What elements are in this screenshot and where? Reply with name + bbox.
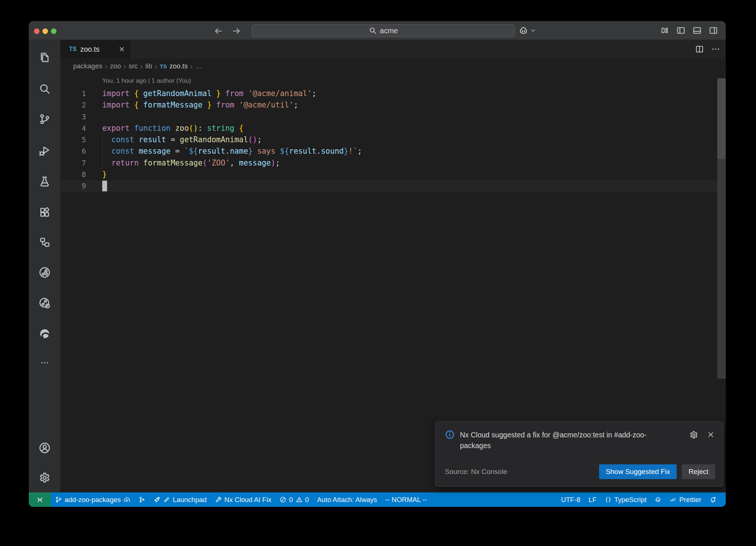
breadcrumb-separator-icon: › — [155, 62, 157, 71]
breadcrumb-item[interactable]: packages — [73, 62, 102, 70]
scrollbar-slider[interactable] — [717, 78, 726, 159]
activity-item-source-control[interactable] — [38, 113, 51, 125]
search-icon — [369, 27, 377, 35]
notification-source: Source: Nx Console — [445, 468, 507, 476]
code-line-7[interactable]: 7 return formatMessage('ZOO', message); — [60, 157, 726, 169]
status-vim-mode-item[interactable]: -- NORMAL -- — [381, 492, 431, 507]
editor-scrollbar[interactable] — [717, 78, 726, 379]
code-line-3[interactable]: 3 — [60, 111, 726, 123]
code-line-6[interactable]: 6 const message = `${result.name} says $… — [60, 146, 726, 157]
double-check-icon — [670, 496, 677, 503]
traffic-lights — [34, 28, 56, 34]
status-label: UTF-8 — [561, 496, 580, 504]
status-prettier-item[interactable]: Prettier — [666, 492, 705, 507]
activity-item-extensions[interactable] — [38, 206, 51, 218]
activity-item-gitlens[interactable] — [38, 297, 51, 309]
close-window-button[interactable] — [34, 28, 39, 34]
activity-item-explorer[interactable] — [38, 51, 51, 64]
line-number: 7 — [60, 157, 86, 169]
go-forward-button[interactable] — [232, 26, 241, 36]
line-content: import { formatMessage } from '@acme/uti… — [102, 99, 298, 111]
copilot-icon — [654, 496, 662, 503]
breadcrumb: packages›zoo›src›lib›TSzoo.ts›… — [60, 58, 726, 74]
copilot-icon — [518, 25, 529, 36]
code-line-1[interactable]: 1import { getRandomAnimal } from '@acme/… — [60, 88, 726, 99]
breadcrumb-overflow[interactable]: … — [195, 62, 202, 70]
toggle-primary-sidebar-button[interactable] — [676, 25, 686, 35]
status-branch-item[interactable]: add-zoo-packages — [51, 492, 134, 507]
typescript-file-icon: TS — [69, 46, 76, 52]
code-line-2[interactable]: 2import { formatMessage } from '@acme/ut… — [60, 99, 726, 111]
code-line-5[interactable]: 5 const result = getRandomAnimal(); — [60, 134, 726, 146]
breadcrumb-item[interactable]: zoo — [110, 62, 121, 70]
command-center-search[interactable]: acme — [252, 24, 515, 37]
info-icon — [445, 430, 455, 451]
split-editor-button[interactable] — [695, 44, 704, 54]
activity-item-commit-graph[interactable] — [38, 266, 51, 279]
breadcrumb-file[interactable]: zoo.ts — [169, 62, 188, 70]
typescript-file-icon: TS — [160, 63, 167, 69]
customize-layout-button[interactable] — [660, 25, 670, 35]
breadcrumb-item[interactable]: lib — [145, 62, 152, 70]
activity-item-accounts[interactable] — [38, 442, 51, 454]
show-suggested-fix-button[interactable]: Show Suggested Fix — [599, 464, 677, 479]
line-content: } — [102, 169, 107, 180]
activity-item-project-flow[interactable] — [38, 236, 51, 248]
activity-item-edge-browser[interactable] — [38, 328, 51, 340]
copilot-menu[interactable] — [518, 25, 536, 36]
breadcrumb-item[interactable]: src — [128, 62, 138, 70]
remote-indicator[interactable] — [29, 492, 51, 507]
status-launchpad-item[interactable]: Launchpad — [150, 492, 211, 507]
title-bar: acme — [29, 21, 726, 40]
tab-zoo-ts[interactable]: TS zoo.ts — [60, 40, 131, 58]
status-auto-attach-item[interactable]: Auto Attach: Always — [313, 492, 381, 507]
wrench-icon — [215, 496, 222, 503]
code-line-9[interactable]: 9 — [60, 180, 726, 192]
activity-item-search[interactable] — [38, 83, 51, 95]
cloud-upload-icon — [123, 496, 130, 503]
notification-close-button[interactable] — [707, 430, 715, 439]
status-label: add-zoo-packages — [65, 496, 121, 504]
status-problems-item[interactable]: 00 — [275, 492, 313, 507]
status-nx-cloud-ai-fix-item[interactable]: Nx Cloud AI Fix — [211, 492, 276, 507]
status-language-item[interactable]: TypeScript — [601, 492, 650, 507]
code-line-4[interactable]: 4export function zoo(): string { — [60, 123, 726, 134]
toggle-secondary-sidebar-button[interactable] — [708, 25, 718, 35]
code-line-8[interactable]: 8} — [60, 169, 726, 180]
breadcrumb-separator-icon: › — [124, 62, 126, 71]
indent-guide — [102, 134, 103, 169]
status-copilot-item[interactable] — [650, 492, 666, 507]
breadcrumb-separator-icon: › — [190, 62, 193, 71]
more-actions-button[interactable] — [711, 44, 721, 54]
warning-triangle-icon — [296, 496, 303, 503]
scrollbar-track — [717, 159, 726, 379]
close-tab-button[interactable] — [118, 45, 126, 53]
status-notifications-bell-item[interactable] — [705, 492, 721, 507]
line-content: const message = `${result.name} says ${r… — [102, 146, 362, 157]
line-content: const result = getRandomAnimal(); — [102, 134, 262, 146]
pencil-icon — [163, 496, 170, 503]
activity-item-settings[interactable] — [38, 472, 51, 484]
minimize-window-button[interactable] — [42, 28, 48, 34]
status-label: 0 — [289, 496, 293, 504]
reject-button[interactable]: Reject — [682, 464, 715, 479]
zoom-window-button[interactable] — [51, 28, 56, 34]
activity-item-testing[interactable] — [38, 175, 51, 187]
status-label: Auto Attach: Always — [317, 496, 377, 504]
activity-item-additional-views[interactable] — [40, 358, 49, 368]
activity-item-run-and-debug[interactable] — [38, 144, 51, 157]
go-back-button[interactable] — [213, 26, 223, 36]
status-git-graph-item[interactable] — [134, 492, 150, 507]
toggle-panel-button[interactable] — [692, 25, 702, 35]
status-eol-item[interactable]: LF — [584, 492, 601, 507]
line-number: 5 — [60, 134, 86, 146]
tab-bar: TS zoo.ts — [60, 40, 726, 58]
notification-settings-button[interactable] — [689, 430, 698, 440]
status-bar: add-zoo-packagesLaunchpadNx Cloud AI Fix… — [29, 492, 726, 507]
line-number: 6 — [60, 146, 86, 157]
status-encoding-item[interactable]: UTF-8 — [557, 492, 584, 507]
braces-icon — [605, 496, 612, 503]
line-content: import { getRandomAnimal } from '@acme/a… — [102, 88, 316, 99]
line-number: 9 — [60, 180, 86, 192]
search-value: acme — [380, 27, 398, 35]
